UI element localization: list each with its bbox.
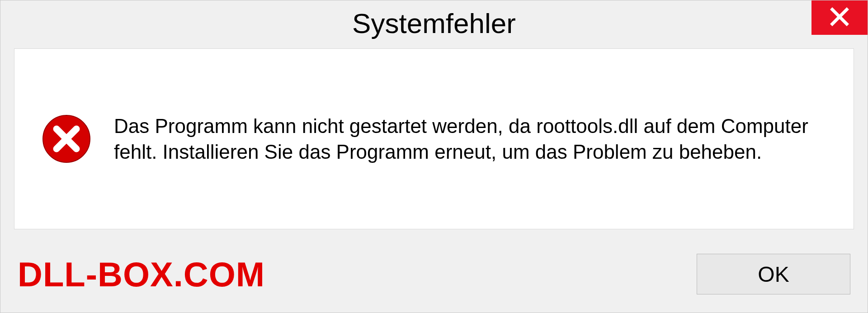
- content-panel: Das Programm kann nicht gestartet werden…: [14, 48, 854, 229]
- watermark-text: DLL-BOX.COM: [18, 255, 265, 294]
- error-icon: [42, 114, 91, 164]
- close-icon: [830, 7, 849, 28]
- titlebar: Systemfehler: [0, 0, 868, 46]
- error-dialog: Systemfehler Das Programm kann nicht ges…: [0, 0, 868, 313]
- ok-button[interactable]: OK: [697, 254, 850, 294]
- dialog-title: Systemfehler: [352, 7, 516, 39]
- dialog-footer: DLL-BOX.COM OK: [0, 236, 868, 313]
- ok-button-label: OK: [758, 262, 789, 287]
- close-button[interactable]: [811, 0, 868, 35]
- error-message: Das Programm kann nicht gestartet werden…: [114, 113, 826, 165]
